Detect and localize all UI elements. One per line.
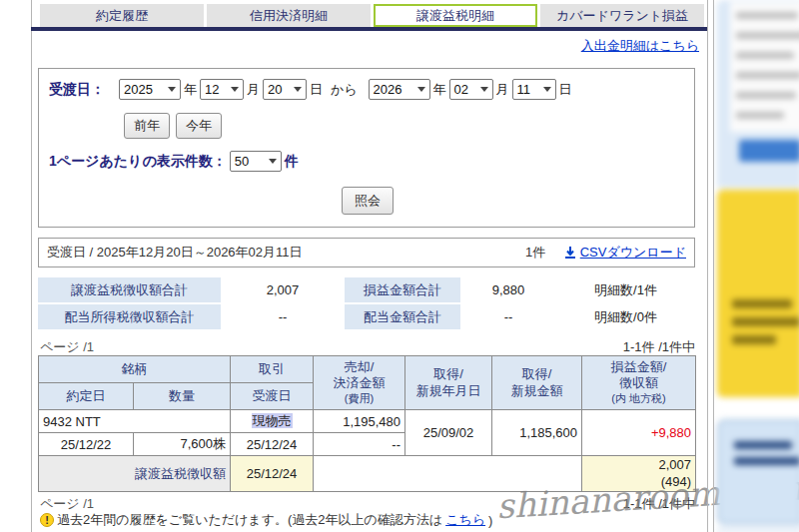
sidebar-panel-bottom [717,419,799,525]
chevron-down-icon [417,87,425,92]
col-sell-amount: 売却/ 決済金額 (費用) [314,356,405,410]
summary-label: 配当所得税徴収額合計 [38,304,221,329]
col-acquire-amount: 取得/ 新規金額 [492,356,582,410]
day-suffix: 日 [310,81,323,99]
settlement-date-label: 受渡日： [49,81,105,99]
sidebar-button[interactable] [739,140,799,162]
summary-label: 譲渡益税徴収額合計 [38,277,221,302]
content-right-border [707,0,708,532]
day-suffix: 日 [559,81,572,99]
tab-execution-history[interactable]: 約定履歴 [40,4,204,27]
stock-code-name: 9432 NTT [39,410,231,433]
per-page-select[interactable]: 50 [230,151,282,172]
chevron-down-icon [294,87,302,92]
deposit-withdrawal-link[interactable]: 入出金明細はこちら [581,37,699,55]
tab-bar: 約定履歴 信用決済明細 譲渡益税明細 カバードワラント損益 [40,4,704,27]
result-count: 1件 [525,244,545,262]
col-acquire-date: 取得/ 新規年月日 [405,356,492,410]
page-indicator: ページ /1 [40,496,94,511]
summary-label: 配当金額合計 [345,304,460,329]
content-left-border [31,0,32,532]
settlement-date: 25/12/24 [231,433,314,456]
tab-underline-bar [31,27,708,31]
from-month-select[interactable]: 12 [200,79,244,100]
summary-value: 9,880 [462,277,554,302]
range-indicator: 1-1件 /1件中 [623,495,695,513]
acquire-date: 25/09/02 [405,410,492,456]
csv-download-link[interactable]: CSVダウンロード [564,244,686,262]
chevron-down-icon [480,87,488,92]
note-text: 過去2年間の履歴をご覧いただけます。(過去2年以上の確認方法は [57,511,442,529]
from-year-select[interactable]: 2025 [119,79,181,100]
tab-covered-warrant[interactable]: カバードワラント損益 [540,4,704,27]
tax-withheld-label: 譲渡益税徴収額 [39,456,231,492]
sidebar-blurred-content [714,0,799,532]
this-year-button[interactable]: 今年 [176,113,222,139]
tax-amount: 2,007 (494) [582,456,696,492]
note-text-suffix: ) [488,513,492,528]
col-settlement-date: 受渡日 [231,383,314,410]
col-contract-date: 約定日 [39,383,134,410]
col-profit-loss: 損益金額/ 徴収額 (内 地方税) [582,356,696,410]
sell-amount: 1,195,480 [314,410,405,433]
warning-icon: ! [40,513,54,527]
month-suffix: 月 [496,81,509,99]
summary-row: 譲渡益税徴収額合計 2,007 損益金額合計 9,880 明細数/1件 [38,277,695,302]
history-note: ! 過去2年間の履歴をご覧いただけます。(過去2年以上の確認方法はこちら) [40,511,492,529]
to-day-select[interactable]: 11 [512,79,556,100]
col-quantity: 数量 [134,383,231,410]
summary-row: 配当所得税徴収額合計 -- 配当金額合計 -- 明細数/0件 [38,304,695,329]
chevron-down-icon [543,87,551,92]
prev-year-button[interactable]: 前年 [124,113,170,139]
tab-margin-settlement[interactable]: 信用決済明細 [207,4,371,27]
query-form: 受渡日： 2025 年 12 月 20 日 から 2026 年 02 月 11 [38,68,695,228]
tax-row: 譲渡益税徴収額 25/12/24 2,007 (494) [39,456,696,492]
result-date-range: 受渡日 / 2025年12月20日～2026年02月11日 [47,244,303,262]
profit-loss-value: +9,880 [582,410,696,456]
pager-top: ページ /1 1-1件 /1件中 [40,338,695,356]
sell-fee: -- [314,433,405,456]
to-month-select[interactable]: 02 [449,79,493,100]
per-page-suffix: 件 [285,153,299,171]
quantity: 7,600株 [134,433,231,456]
result-bar: 受渡日 / 2025年12月20日～2026年02月11日 1件 CSVダウンロ… [38,238,695,267]
tax-date: 25/12/24 [231,456,314,492]
tab-capital-gains-tax[interactable]: 譲渡益税明細 [374,4,537,27]
chevron-down-icon [269,159,277,164]
month-suffix: 月 [247,81,260,99]
empty-cell [314,456,582,492]
year-suffix: 年 [184,81,197,99]
page-indicator: ページ /1 [40,339,94,354]
trade-type: 現物売 [231,410,314,433]
range-connector: から [331,81,358,99]
download-icon [564,247,576,260]
range-indicator: 1-1件 /1件中 [623,338,695,356]
year-suffix: 年 [433,81,446,99]
summary-count: 明細数/1件 [556,277,695,302]
summary-value: -- [223,304,343,329]
per-page-label: 1ページあたりの表示件数： [49,153,227,171]
from-day-select[interactable]: 20 [263,79,307,100]
summary-grid: 譲渡益税徴収額合計 2,007 損益金額合計 9,880 明細数/1件 配当所得… [38,277,695,329]
chevron-down-icon [168,87,176,92]
summary-value: 2,007 [223,277,343,302]
acquire-amount: 1,185,600 [492,410,582,456]
col-trade: 取引 [231,356,314,383]
capital-gains-tax-page: 約定履歴 信用決済明細 譲渡益税明細 カバードワラント損益 入出金明細はこちら … [0,0,799,532]
search-button[interactable]: 照会 [342,187,394,215]
table-row: 9432 NTT 現物売 1,195,480 25/09/02 1,185,60… [39,410,696,433]
col-stock: 銘柄 [39,356,231,383]
summary-label: 損益金額合計 [345,277,460,302]
summary-count: 明細数/0件 [556,304,695,329]
summary-value: -- [462,304,554,329]
chevron-down-icon [231,87,239,92]
tax-detail-table: 銘柄 取引 売却/ 決済金額 (費用) 取得/ 新規年月日 取得/ 新規金額 損… [38,355,696,492]
sidebar-panel-yellow [717,190,799,397]
to-year-select[interactable]: 2026 [369,79,430,100]
contract-date: 25/12/22 [39,433,134,456]
right-sidebar [714,0,799,532]
note-here-link[interactable]: こちら [445,511,485,529]
